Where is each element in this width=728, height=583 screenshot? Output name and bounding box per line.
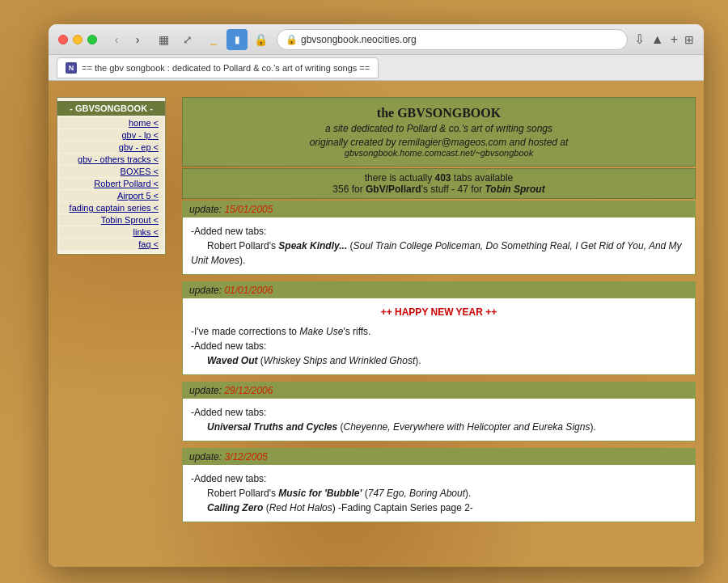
download-icon[interactable]: ⇩ [634, 32, 645, 47]
close-button[interactable] [58, 35, 68, 44]
site-subtitle2: originally created by remilagier@mageos.… [191, 137, 687, 148]
site-url: gbvsongbook.home.comcast.net/~gbvsongboo… [191, 148, 687, 158]
right-toolbar: ⇩ ▲ + ⊞ [634, 32, 694, 47]
lock-small-icon: 🔒 [286, 34, 297, 45]
active-tab[interactable]: N == the gbv songbook : dedicated to Pol… [57, 57, 379, 78]
back-button[interactable]: ‹ [107, 30, 126, 49]
upload-icon[interactable]: ▲ [651, 32, 664, 47]
album-speak-kindly: Speak Kindly... [278, 240, 347, 251]
update-label-3: update: 29/12/2006 [189, 385, 273, 396]
tabs-count-number: 403 [434, 172, 451, 184]
update-body-3: -Added new tabs: Universal Truths and Cy… [183, 399, 695, 441]
songs-utc: Cheyenne, Everywhere with Helicopter and… [344, 421, 590, 433]
update-label-4: update: 3/12/2005 [189, 451, 268, 463]
main-content: the GBVSONGBOOK a site dedicated to Poll… [182, 97, 696, 551]
update-date-2: 01/01/2006 [224, 285, 273, 296]
page-content: - GBVSONGBOOK - home < gbv - lp < gbv - … [49, 81, 704, 567]
sidebar-item-fading-captain[interactable]: fading captain series < [59, 202, 163, 213]
lock-icon[interactable]: 🔒 [251, 30, 270, 49]
forward-button[interactable]: › [128, 30, 147, 49]
update-body-1: -Added new tabs: Robert Pollard's Speak … [183, 218, 695, 274]
sidebar-icon[interactable]: ▦ [154, 30, 173, 49]
album-utc: Universal Truths and Cycles [207, 421, 337, 433]
tab-favicon: N [66, 62, 77, 74]
site-title: the GBVSONGBOOK [191, 106, 687, 120]
sidebar-title: - GBVSONGBOOK - [57, 101, 165, 116]
url-text: gbvsongbook.neocities.org [301, 34, 417, 45]
tabs-count-intro: there is actually [365, 172, 435, 184]
maximize-button[interactable] [87, 35, 97, 44]
update-header-1: update: 15/01/2005 [183, 201, 695, 218]
update-body-4: -Added new tabs: Robert Pollard's Music … [183, 465, 695, 522]
sidebar-item-tobin-sprout[interactable]: Tobin Sprout < [59, 214, 163, 226]
update-block-3: update: 29/12/2006 -Added new tabs: Univ… [182, 382, 696, 441]
sidebar-item-airport5[interactable]: Airport 5 < [59, 190, 163, 201]
update-block-1: update: 15/01/2005 -Added new tabs: Robe… [182, 201, 696, 275]
songs-speak-kindly: Soul Train College Policeman, Do Somethi… [191, 240, 682, 266]
update-block-4: update: 3/12/2005 -Added new tabs: Rober… [182, 448, 696, 522]
update-date-1: 15/01/2005 [224, 204, 273, 215]
update-date-3: 29/12/2006 [224, 385, 273, 396]
update-label-1: update: 15/01/2005 [189, 204, 273, 215]
update-content-3: Universal Truths and Cycles (Cheyenne, E… [207, 421, 596, 433]
sidebar: - GBVSONGBOOK - home < gbv - lp < gbv - … [57, 97, 166, 551]
tab-label: == the gbv songbook : dedicated to Polla… [82, 63, 370, 73]
sidebar-item-gbv-lp[interactable]: gbv - lp < [59, 129, 163, 141]
update-label-2: update: 01/01/2006 [189, 285, 273, 296]
sidebar-item-links[interactable]: links < [59, 226, 163, 238]
nav-buttons: ‹ › [107, 30, 147, 49]
share-icon[interactable]: ⤢ [178, 30, 197, 49]
update-block-2: update: 01/01/2006 ++ HAPPY NEW YEAR ++ … [182, 281, 696, 375]
site-header: the GBVSONGBOOK a site dedicated to Poll… [182, 97, 696, 167]
address-bar[interactable]: 🔒 gbvsongbook.neocities.org [277, 29, 628, 50]
shield-icon[interactable]: ▮ [226, 29, 248, 50]
songs-waved-out: Whiskey Ships and Wrinkled Ghost [264, 355, 415, 366]
sidebar-item-faq[interactable]: faq < [59, 239, 163, 250]
update-content-4a: Robert Pollard's Music for 'Bubble' (747… [207, 488, 471, 499]
tabbar: N == the gbv songbook : dedicated to Pol… [49, 55, 704, 81]
album-waved-out: Waved Out [207, 355, 257, 366]
toolbar-icons: ▦ ⤢ [154, 30, 197, 49]
songs-bubble: 747 Ego, Boring About [368, 488, 465, 499]
sidebar-item-gbv-others[interactable]: gbv - others tracks < [59, 154, 163, 165]
happy-new-year: ++ HAPPY NEW YEAR ++ [191, 305, 687, 319]
site-subtitle1: a site dedicated to Pollard & co.'s art … [191, 123, 687, 134]
update-header-3: update: 29/12/2006 [183, 382, 695, 399]
sidebar-item-gbv-ep[interactable]: gbv - ep < [59, 142, 163, 153]
browser-window: ‹ › ▦ ⤢ ⎯ ▮ 🔒 🔒 gbvsongbook.neocities.or… [49, 24, 704, 567]
tabs-count-suffix: tabs available [451, 172, 514, 184]
tabs-count-bar: there is actually 403 tabs available 356… [182, 168, 696, 199]
sidebar-item-home[interactable]: home < [59, 117, 163, 129]
minimize-button[interactable] [73, 35, 83, 44]
update-header-2: update: 01/01/2006 [183, 282, 695, 298]
grid-icon[interactable]: ⊞ [684, 33, 694, 46]
rss-icon[interactable]: ⎯ [204, 30, 223, 49]
update-content-1: Robert Pollard's Speak Kindly... (Soul T… [191, 240, 682, 266]
update-content-4b: Calling Zero (Red Hot Halos) -Fading Cap… [207, 502, 473, 513]
update-header-4: update: 3/12/2005 [183, 449, 695, 465]
sidebar-item-boxes[interactable]: BOXES < [59, 166, 163, 177]
update-date-4: 3/12/2005 [224, 451, 267, 463]
titlebar: ‹ › ▦ ⤢ ⎯ ▮ 🔒 🔒 gbvsongbook.neocities.or… [49, 24, 704, 55]
update-content-2: Waved Out (Whiskey Ships and Wrinkled Gh… [207, 355, 421, 366]
sidebar-item-robert-pollard[interactable]: Robert Pollard < [59, 178, 163, 189]
window-controls [58, 35, 97, 44]
add-tab-icon[interactable]: + [671, 32, 678, 47]
sidebar-box: - GBVSONGBOOK - home < gbv - lp < gbv - … [57, 97, 166, 255]
songs-calling-zero: Red Hot Halos [269, 502, 332, 513]
tabs-subcount: 356 for GbV/Pollard's stuff - 47 for Tob… [332, 184, 544, 195]
update-body-2: ++ HAPPY NEW YEAR ++ -I've made correcti… [183, 298, 695, 374]
